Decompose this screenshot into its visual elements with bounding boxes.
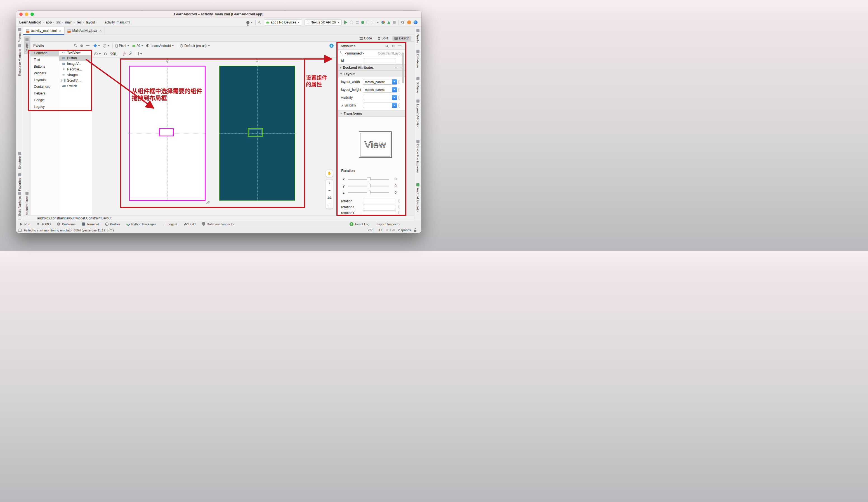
- run-configuration-select[interactable]: app | No Devices: [264, 19, 302, 25]
- blueprint-view-phone[interactable]: [219, 66, 295, 201]
- close-tab-icon[interactable]: ✕: [59, 29, 61, 33]
- infer-constraints-wand-icon[interactable]: [129, 53, 132, 54]
- line-separator[interactable]: LF: [379, 228, 383, 232]
- zoom-out-button[interactable]: −: [326, 187, 333, 194]
- user-profile-icon[interactable]: [246, 21, 253, 24]
- zoom-in-button[interactable]: +: [326, 179, 333, 187]
- component-path[interactable]: androidx.constraintlayout.widget.Constra…: [37, 216, 112, 220]
- palette-category[interactable]: Layouts: [30, 76, 59, 83]
- attribute-input[interactable]: [363, 210, 396, 215]
- tool-window-button[interactable]: Logcat: [163, 222, 177, 226]
- sidebar-item-layout-validation[interactable]: Layout Validation: [415, 100, 421, 128]
- attributes-scrollbar[interactable]: [402, 53, 404, 83]
- editor-tab[interactable]: <> activity_main.xml✕: [23, 27, 65, 35]
- breadcrumb-item[interactable]: app: [42, 20, 52, 24]
- flag-pill[interactable]: [399, 199, 400, 203]
- palette-component[interactable]: Switch: [59, 83, 92, 89]
- dropdown-button[interactable]: [392, 87, 397, 92]
- dropdown-button[interactable]: [392, 103, 397, 108]
- slider-thumb[interactable]: [367, 191, 371, 195]
- sidebar-item-palette[interactable]: Palette: [24, 36, 30, 54]
- close-tab-icon[interactable]: ✕: [99, 29, 102, 33]
- indent-setting[interactable]: 2 spaces: [398, 228, 411, 232]
- attribute-value-select[interactable]: match_parent: [363, 87, 397, 93]
- palette-category[interactable]: Google: [30, 97, 59, 103]
- assistant-sphere-icon[interactable]: [414, 20, 417, 24]
- palette-component[interactable]: <fragm...: [59, 72, 92, 78]
- resize-handle[interactable]: [206, 201, 209, 204]
- sidebar-item-sciview[interactable]: SciView: [415, 77, 421, 93]
- sidebar-item-gradle[interactable]: Gradle: [415, 29, 421, 43]
- locale-select[interactable]: Default (en-us): [180, 44, 210, 48]
- tool-window-button[interactable]: Build: [184, 222, 196, 226]
- sidebar-item-build-variants[interactable]: Build Variants: [17, 192, 23, 216]
- design-pin-icon[interactable]: [166, 60, 168, 62]
- tool-window-button[interactable]: Profiler: [105, 222, 120, 226]
- default-margin-select[interactable]: 0dp: [110, 51, 117, 56]
- slider-thumb[interactable]: [367, 184, 371, 188]
- dropdown-button[interactable]: [392, 95, 397, 100]
- breadcrumb-item[interactable]: src: [53, 20, 61, 24]
- api-version-select[interactable]: 29: [132, 44, 143, 48]
- palette-settings-icon[interactable]: ⚙: [80, 44, 83, 48]
- tab-design[interactable]: Design: [392, 36, 411, 41]
- attributes-settings-icon[interactable]: ⚙: [392, 44, 395, 48]
- tool-window-button[interactable]: Layout Inspector: [377, 222, 401, 226]
- lock-icon[interactable]: [414, 230, 416, 232]
- profiler-gauge-icon[interactable]: [381, 21, 385, 24]
- device-select[interactable]: Nexus 5X API 26: [304, 19, 342, 25]
- palette-component[interactable]: Button: [59, 55, 92, 61]
- slider-track[interactable]: [348, 186, 389, 186]
- flag-pill[interactable]: [399, 88, 400, 92]
- tool-window-button[interactable]: Run: [19, 222, 30, 226]
- attribute-value-select[interactable]: [363, 103, 397, 108]
- palette-category[interactable]: Containers: [30, 83, 59, 90]
- tool-window-switcher-icon[interactable]: [18, 216, 21, 219]
- palette-category[interactable]: Widgets: [30, 70, 59, 76]
- view-options-eye-icon[interactable]: [94, 53, 101, 55]
- slider-track[interactable]: [348, 179, 389, 180]
- attribute-input[interactable]: [363, 199, 396, 203]
- section-transforms[interactable]: Transforms: [338, 110, 405, 117]
- flag-pill[interactable]: [399, 96, 400, 100]
- run-button[interactable]: [344, 20, 347, 24]
- theme-select[interactable]: LearnAndroid: [146, 44, 174, 48]
- zoom-fit-button[interactable]: [326, 201, 333, 209]
- orientation-icon[interactable]: [103, 44, 110, 48]
- attribute-input[interactable]: [363, 205, 396, 209]
- palette-category[interactable]: Common: [30, 50, 59, 56]
- tool-window-button[interactable]: Database Inspector: [202, 222, 235, 226]
- caret-position[interactable]: 2:51: [368, 228, 374, 232]
- flag-pill[interactable]: [399, 103, 400, 108]
- design-canvas[interactable]: 从组件框中选择需要的组件 拖拽到布局框 设置组件 的属性 ✋ + − 1:1: [92, 58, 337, 215]
- breadcrumb-item[interactable]: main: [62, 20, 72, 24]
- palette-component[interactable]: ScrollVi...: [59, 78, 92, 83]
- debug-bug-icon[interactable]: [361, 21, 364, 24]
- sidebar-item-project[interactable]: Project: [17, 28, 23, 42]
- attribute-value-select[interactable]: match_parent: [363, 79, 397, 85]
- blueprint-pin-icon[interactable]: [256, 60, 258, 62]
- breadcrumb-item[interactable]: activity_main.xml: [96, 20, 130, 24]
- tool-window-button[interactable]: TODO: [37, 222, 51, 226]
- attributes-search-icon[interactable]: [385, 44, 389, 49]
- zoom-reset-button[interactable]: 1:1: [326, 194, 333, 201]
- slider-track[interactable]: [348, 192, 389, 193]
- sidebar-item-android-emulator[interactable]: Android Emulator: [415, 184, 421, 213]
- info-icon[interactable]: i: [329, 44, 334, 48]
- breadcrumb-item[interactable]: res: [74, 20, 82, 24]
- device-for-preview-select[interactable]: Pixel: [115, 44, 130, 48]
- pack-align-icon[interactable]: [138, 52, 143, 55]
- status-message[interactable]: Failed to start monitoring emulator-5554…: [24, 228, 114, 232]
- file-encoding[interactable]: UTF-8: [386, 228, 395, 232]
- sidebar-item-device-file-explorer[interactable]: Device File Explorer: [415, 140, 421, 173]
- attribute-value-select[interactable]: [363, 95, 397, 100]
- palette-component[interactable]: TextView: [59, 50, 92, 55]
- id-input[interactable]: [363, 58, 396, 63]
- dropped-button-widget[interactable]: [159, 128, 174, 136]
- tab-split[interactable]: Split: [376, 36, 390, 41]
- pan-hand-button[interactable]: ✋: [326, 170, 333, 177]
- flag-pill[interactable]: [399, 205, 400, 209]
- palette-category[interactable]: Text: [30, 56, 59, 63]
- sidebar-item-favorites[interactable]: Favorites: [17, 173, 23, 191]
- tool-window-button[interactable]: Problems: [57, 222, 75, 226]
